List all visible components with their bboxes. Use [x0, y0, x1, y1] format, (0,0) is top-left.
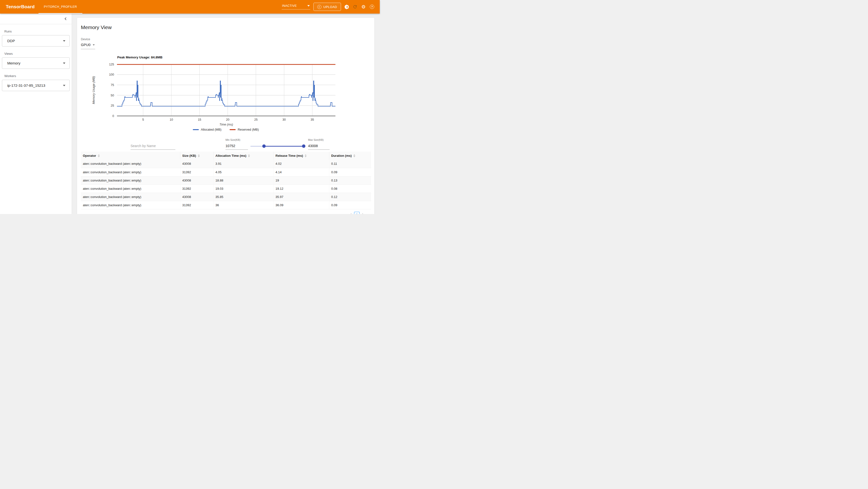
settings-button[interactable]: ⚙	[361, 4, 366, 10]
page-title: Memory View	[81, 25, 371, 30]
memory-usage-chart[interactable]: 02550751001255101520253035Memory Usage (…	[81, 61, 372, 126]
table-cell: 19.03	[213, 184, 273, 193]
column-header-label: Allocation Time (ms)	[216, 154, 247, 157]
table-header-row: OperatorSize (KB)Allocation Time (ms)Rel…	[81, 152, 371, 160]
sidebar-group-views: Views Memory	[0, 52, 72, 69]
table-cell: aten::convolution_backward (aten::empty)	[81, 201, 180, 209]
min-size-input[interactable]	[225, 144, 248, 150]
table-cell: 36.09	[273, 201, 329, 209]
run-status-value: INACTIVE	[282, 4, 297, 7]
pagination: 1	[81, 212, 371, 214]
svg-text:30: 30	[282, 118, 286, 121]
table-cell: 0.13	[329, 176, 371, 184]
max-size-input[interactable]	[308, 144, 330, 150]
svg-text:Memory Usage (MB): Memory Usage (MB)	[92, 76, 95, 104]
sidebar-header	[0, 13, 72, 24]
column-header[interactable]: Release Time (ms)	[273, 152, 329, 160]
runs-select-value: DDP	[7, 39, 15, 43]
table-cell: aten::convolution_backward (aten::empty)	[81, 176, 180, 184]
info-icon: i	[317, 5, 321, 9]
column-header-label: Operator	[83, 154, 96, 157]
help-button[interactable]: ?	[369, 4, 375, 10]
refresh-icon	[352, 4, 358, 9]
table-row: aten::convolution_backward (aten::empty)…	[81, 160, 371, 168]
tab-pytorch-profiler[interactable]: PYTORCH_PROFILER	[38, 0, 82, 13]
upload-label: UPLOAD	[323, 5, 337, 9]
svg-text:50: 50	[111, 94, 114, 97]
memory-view-card: Memory View Device GPU0 Peak Memory Usag…	[77, 18, 375, 214]
sort-icon[interactable]	[305, 154, 307, 157]
table-cell: 4.14	[273, 168, 329, 176]
table-cell: 43008	[180, 193, 213, 201]
svg-text:75: 75	[111, 83, 114, 87]
chevron-down-icon	[93, 44, 95, 46]
next-page-button[interactable]	[362, 213, 364, 214]
svg-text:15: 15	[198, 118, 201, 121]
column-header[interactable]: Duration (ms)	[329, 152, 371, 160]
search-input[interactable]	[130, 143, 175, 150]
column-header-label: Size (KB)	[182, 154, 196, 157]
table-cell: 0.12	[329, 193, 371, 201]
table-row: aten::convolution_backward (aten::empty)…	[81, 193, 371, 201]
chevron-left-icon	[64, 17, 67, 21]
table-cell: 0.08	[329, 184, 371, 193]
runs-select[interactable]: DDP	[2, 35, 70, 47]
views-select[interactable]: Memory	[2, 57, 70, 69]
workers-select[interactable]: ip-172-31-37-85_15213	[2, 80, 70, 91]
table-cell: 0.09	[329, 168, 371, 176]
reload-button[interactable]	[352, 4, 358, 10]
upload-button[interactable]: i UPLOAD	[313, 3, 341, 11]
column-header[interactable]: Allocation Time (ms)	[213, 152, 273, 160]
table-cell: 31392	[180, 201, 213, 209]
size-range-slider[interactable]	[250, 144, 305, 148]
sort-icon[interactable]	[248, 154, 250, 157]
chevron-down-icon	[63, 62, 65, 64]
table-row: aten::convolution_backward (aten::empty)…	[81, 201, 371, 209]
sort-icon[interactable]	[198, 154, 200, 157]
table-filter-row: Min Size(KB) Max Size(KB)	[81, 138, 371, 150]
column-header[interactable]: Size (KB)	[180, 152, 213, 160]
collapse-sidebar-button[interactable]	[64, 17, 67, 21]
page-number-1[interactable]: 1	[354, 212, 360, 214]
table-cell: 4.02	[273, 160, 329, 168]
help-icon: ?	[370, 5, 374, 9]
table-cell: aten::convolution_backward (aten::empty)	[81, 168, 180, 176]
slider-thumb-max[interactable]	[302, 144, 305, 148]
table-cell: 19	[273, 176, 329, 184]
slider-thumb-min[interactable]	[262, 144, 266, 148]
legend-item-reserved: Reserved (MB)	[229, 128, 259, 131]
table-cell: 0.09	[329, 201, 371, 209]
table-cell: 19.12	[273, 184, 329, 193]
svg-text:10: 10	[169, 118, 173, 121]
max-size-label: Max Size(KB)	[308, 138, 330, 141]
table-row: aten::convolution_backward (aten::empty)…	[81, 176, 371, 184]
chevron-down-icon	[63, 85, 65, 86]
svg-text:20: 20	[226, 118, 229, 121]
theme-toggle-button[interactable]	[344, 4, 349, 10]
table-row: aten::convolution_backward (aten::empty)…	[81, 168, 371, 176]
device-select-value: GPU0	[81, 43, 91, 47]
run-status-select[interactable]: INACTIVE	[282, 4, 310, 9]
max-size-field: Max Size(KB)	[308, 138, 330, 150]
sort-icon[interactable]	[98, 154, 100, 157]
sort-icon[interactable]	[353, 154, 355, 157]
previous-page-button[interactable]	[350, 213, 352, 214]
table-cell: aten::convolution_backward (aten::empty)	[81, 184, 180, 193]
device-block: Device GPU0	[81, 37, 371, 49]
device-select[interactable]: GPU0	[81, 43, 95, 49]
column-header-label: Release Time (ms)	[276, 154, 303, 157]
svg-text:125: 125	[109, 63, 114, 66]
chevron-right-icon	[362, 213, 364, 214]
table-row: aten::convolution_backward (aten::empty)…	[81, 184, 371, 193]
chart-legend: Allocated (MB) Reserved (MB)	[81, 128, 371, 131]
table-body: aten::convolution_backward (aten::empty)…	[81, 160, 371, 209]
table-cell: 3.91	[213, 160, 273, 168]
column-header[interactable]: Operator	[81, 152, 180, 160]
table-cell: 35.97	[273, 193, 329, 201]
legend-label-allocated: Allocated (MB)	[201, 128, 221, 131]
min-size-field: Min Size(KB)	[225, 138, 248, 150]
svg-text:Time (ms): Time (ms)	[219, 123, 233, 126]
topbar-actions: INACTIVE i UPLOAD ⚙ ?	[282, 0, 380, 13]
table-cell: aten::convolution_backward (aten::empty)	[81, 160, 180, 168]
min-size-label: Min Size(KB)	[225, 138, 248, 141]
